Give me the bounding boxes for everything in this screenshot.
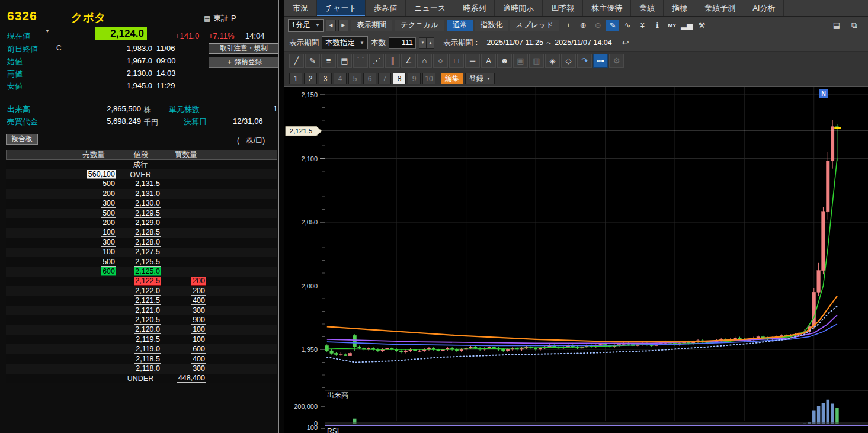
count-mode-select[interactable]: 本数指定 ▼	[322, 36, 368, 49]
buy-qty[interactable]: 200	[191, 277, 206, 286]
tab-ニュース[interactable]: ニュース	[406, 0, 454, 16]
freehand-icon[interactable]: ∿	[621, 20, 634, 31]
edit-button[interactable]: 編集	[441, 73, 463, 84]
circle-icon[interactable]: ○	[433, 54, 448, 68]
tab-株主優待[interactable]: 株主優待	[583, 0, 631, 16]
sell-qty[interactable]: 200	[101, 190, 116, 198]
tab-AI分析[interactable]: AI分析	[744, 0, 784, 16]
bar-count-stepper[interactable]: ▼ ▲	[419, 37, 434, 49]
draw-settings-icon[interactable]: ⚙	[609, 54, 624, 68]
next-button[interactable]: ▶	[338, 20, 348, 31]
price[interactable]: 2,131.0	[134, 190, 161, 198]
price[interactable]: 2,119.0	[134, 345, 161, 354]
eraser-all-icon[interactable]: ◇	[561, 54, 576, 68]
current-price-value[interactable]: 2,124.0	[95, 27, 147, 40]
price[interactable]: 2,130.0	[134, 199, 161, 208]
display-period-button[interactable]: 表示期間	[351, 20, 392, 31]
price[interactable]: 2,122.5	[134, 277, 161, 286]
curve-arrow-icon[interactable]: ↷	[577, 54, 592, 68]
buy-qty[interactable]: 600	[191, 345, 206, 354]
price[interactable]: 2,119.5	[134, 335, 161, 344]
eraser-icon[interactable]: ◈	[545, 54, 560, 68]
sell-qty[interactable]: 100	[101, 248, 116, 256]
composite-board-button[interactable]: 複合板	[6, 134, 38, 145]
price[interactable]: 2,125.0	[134, 267, 161, 276]
sell-qty[interactable]: 100	[101, 228, 116, 237]
tab-四季報[interactable]: 四季報	[543, 0, 583, 16]
key-icon[interactable]: ⊶	[593, 54, 608, 68]
polygon-icon[interactable]: ⌂	[417, 54, 432, 68]
stepper-up-icon[interactable]: ▲	[427, 37, 434, 49]
buy-qty[interactable]: 100	[191, 335, 206, 344]
price-chart[interactable]: 1,9502,0002,0502,1002,150200,0000出来高2,12…	[284, 87, 868, 433]
price[interactable]: 2,120.0	[134, 325, 161, 334]
arc-icon[interactable]: ⌒	[353, 54, 368, 68]
horizontal-line-icon[interactable]: ─	[465, 54, 480, 68]
buy-qty[interactable]: 300	[191, 364, 206, 373]
text-icon[interactable]: A	[481, 54, 496, 68]
buy-qty[interactable]: 100	[191, 325, 206, 334]
paste-icon[interactable]: ▥	[529, 54, 544, 68]
sell-qty[interactable]: 300	[101, 199, 116, 208]
trade-caution-button[interactable]: 取引注意・規制	[209, 43, 278, 54]
my-chart-icon[interactable]: MY	[665, 20, 678, 31]
rectangle-icon[interactable]: □	[449, 54, 464, 68]
stamp-icon[interactable]: ☻	[497, 54, 512, 68]
price[interactable]: 2,121.0	[134, 306, 161, 315]
buy-qty[interactable]: 300	[191, 306, 206, 315]
info-icon[interactable]: ℹ	[651, 20, 664, 31]
horizontal-lines-icon[interactable]: ≡	[321, 54, 336, 68]
price[interactable]: 2,121.5	[134, 296, 161, 305]
sell-qty[interactable]: 500	[101, 209, 116, 218]
price[interactable]: 2,128.5	[134, 228, 161, 237]
sell-qty[interactable]: 200	[101, 219, 116, 227]
sell-qty[interactable]: 560,100	[87, 170, 116, 179]
prev-button[interactable]: ◀	[326, 20, 336, 31]
area-chart-icon[interactable]: ▂▅	[680, 20, 693, 31]
tab-歩み値[interactable]: 歩み値	[366, 0, 406, 16]
price[interactable]: 2,131.5	[134, 179, 161, 188]
panel-divider[interactable]	[278, 0, 284, 433]
bar-count-input[interactable]: 111	[389, 37, 416, 49]
preset-button-2[interactable]: 2	[304, 73, 317, 84]
price[interactable]: 2,129.0	[134, 219, 161, 227]
buy-qty[interactable]: 400	[191, 296, 206, 305]
technical-button[interactable]: テクニカル	[395, 20, 444, 31]
buy-qty[interactable]: 400	[191, 355, 206, 364]
vertical-lines-icon[interactable]: ∥	[385, 54, 400, 68]
preset-button-4[interactable]: 4	[334, 73, 347, 84]
new-window-icon[interactable]: ⧉	[848, 20, 861, 31]
buy-qty[interactable]: 900	[191, 316, 206, 325]
tab-指標[interactable]: 指標	[664, 0, 696, 16]
sell-qty[interactable]: 600	[101, 267, 116, 276]
preset-button-3[interactable]: 3	[319, 73, 332, 84]
price[interactable]: 2,125.5	[134, 258, 161, 267]
tab-時系列[interactable]: 時系列	[454, 0, 495, 16]
preset-button-7[interactable]: 7	[378, 73, 391, 84]
mode-button-スプレッド[interactable]: スプレッド	[510, 20, 559, 31]
price[interactable]: 2,122.0	[134, 287, 161, 296]
price[interactable]: 2,129.5	[134, 209, 161, 218]
price[interactable]: 2,118.5	[134, 355, 161, 364]
copy-icon[interactable]: ▣	[513, 54, 528, 68]
price[interactable]: 2,120.5	[134, 316, 161, 325]
preset-button-6[interactable]: 6	[363, 73, 376, 84]
preset-button-1[interactable]: 1	[289, 73, 302, 84]
draw-pencil-icon[interactable]: ✎	[606, 20, 619, 31]
register-dropdown[interactable]: 登録▼	[465, 73, 495, 84]
add-indicator-icon[interactable]: +	[562, 20, 575, 31]
interval-select[interactable]: 1分足 ▼	[288, 19, 324, 32]
zoom-out-icon[interactable]: ⊖	[591, 20, 604, 31]
preset-button-8[interactable]: 8	[393, 73, 406, 84]
tab-チャート[interactable]: チャート	[317, 0, 366, 16]
freehand-pencil-icon[interactable]: ✎	[305, 54, 320, 68]
buy-qty[interactable]: 448,400	[177, 374, 206, 383]
add-watchlist-button[interactable]: ＋ 銘柄登録	[209, 57, 278, 68]
grid-lines-icon[interactable]: ▤	[337, 54, 352, 68]
tab-市況[interactable]: 市況	[284, 0, 317, 16]
sell-qty[interactable]: 300	[101, 238, 116, 247]
tab-業績[interactable]: 業績	[631, 0, 664, 16]
sell-qty[interactable]: 500	[101, 258, 116, 267]
zoom-in-icon[interactable]: ⊕	[576, 20, 590, 31]
print-icon[interactable]: ▤	[830, 20, 843, 31]
